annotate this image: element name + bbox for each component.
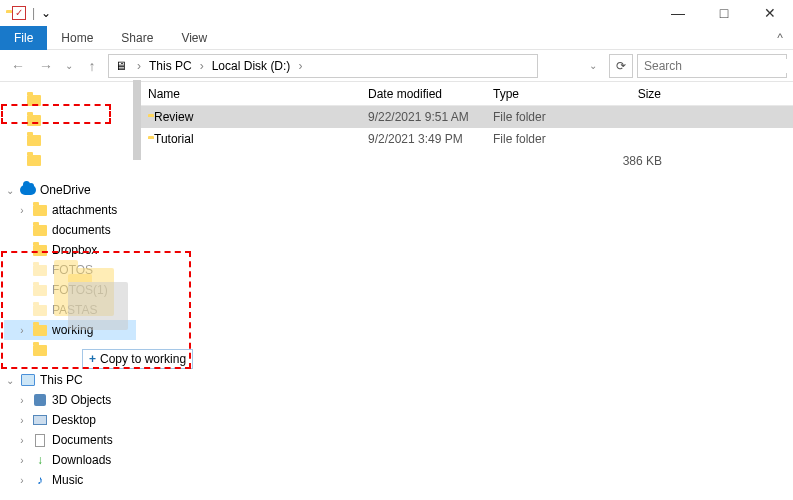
folder-icon [26,132,42,148]
tree-label: OneDrive [40,183,91,197]
tree-item-desktop[interactable]: › Desktop [4,410,136,430]
up-button[interactable]: ↑ [80,54,104,78]
navigation-bar: ← → ⌄ ↑ 🖥 › This PC › Local Disk (D:) › … [0,50,793,82]
tree-label: Desktop [52,413,96,427]
tree-item-working[interactable]: › working [4,320,136,340]
chevron-right-icon[interactable]: › [16,475,28,486]
window-controls: — □ ✕ [655,0,793,26]
file-date: 9/22/2021 9:51 AM [360,110,485,124]
close-button[interactable]: ✕ [747,0,793,26]
qat-checkbox-icon[interactable]: ✓ [12,6,26,20]
3d-objects-icon [32,392,48,408]
location-icon: 🖥 [109,59,133,73]
back-button[interactable]: ← [6,54,30,78]
tree-item-fotos[interactable]: FOTOS [4,260,136,280]
chevron-right-icon[interactable]: › [196,59,208,73]
tree-item-3dobjects[interactable]: › 3D Objects [4,390,136,410]
desktop-icon [32,412,48,428]
tree-item-pastas[interactable]: PASTAS [4,300,136,320]
tree-item-fotos1[interactable]: FOTOS(1) [4,280,136,300]
maximize-button[interactable]: □ [701,0,747,26]
tree-label: FOTOS(1) [52,283,108,297]
chevron-right-icon[interactable]: › [16,435,28,446]
tree-item-documents[interactable]: › Documents [4,430,136,450]
file-type: File folder [485,110,580,124]
column-type[interactable]: Type [485,87,580,101]
column-size[interactable]: Size [580,87,670,101]
folder-icon [32,262,48,278]
chevron-down-icon[interactable]: ⌄ [4,185,16,196]
file-name: Tutorial [154,132,194,146]
tree-thispc[interactable]: ⌄ This PC [4,370,136,390]
tree-label: Documents [52,433,113,447]
history-dropdown-icon[interactable]: ⌄ [62,54,76,78]
chevron-right-icon[interactable]: › [16,395,28,406]
documents-icon [32,432,48,448]
tree-label: working [52,323,93,337]
music-icon: ♪ [32,472,48,488]
file-list[interactable]: Review 9/22/2021 9:51 AM File folder Tut… [140,106,793,500]
folder-icon [32,222,48,238]
folder-icon [32,302,48,318]
tree-item-attachments[interactable]: › attachments [4,200,136,220]
folder-icon [26,92,42,108]
chevron-right-icon[interactable]: › [294,59,306,73]
folder-icon [32,342,48,358]
downloads-icon: ↓ [32,452,48,468]
chevron-right-icon[interactable]: › [16,415,28,426]
file-name: Review [154,110,193,124]
refresh-button[interactable]: ⟳ [609,54,633,78]
onedrive-icon [20,182,36,198]
search-input[interactable] [644,59,793,73]
address-bar[interactable]: 🖥 › This PC › Local Disk (D:) › [108,54,538,78]
tree-label: 3D Objects [52,393,111,407]
search-box[interactable]: 🔍 [637,54,787,78]
file-row[interactable]: Review 9/22/2021 9:51 AM File folder [140,106,793,128]
file-date: 9/2/2021 3:49 PM [360,132,485,146]
content-pane: Name Date modified Type Size Review 9/22… [140,82,793,500]
qat-divider: | [32,6,35,20]
chevron-right-icon[interactable]: › [133,59,145,73]
chevron-right-icon[interactable]: › [16,325,28,336]
summary-size: 386 KB [580,154,670,168]
tree-item-dropbox[interactable]: Dropbox [4,240,136,260]
tree-label: This PC [40,373,83,387]
tree-item-downloads[interactable]: › ↓ Downloads [4,450,136,470]
tree-label: Downloads [52,453,111,467]
ribbon-expand-icon[interactable]: ^ [767,31,793,45]
file-tab[interactable]: File [0,26,47,50]
dropdown-icon[interactable]: ⌄ [581,54,605,78]
folder-icon [32,282,48,298]
folder-icon [32,202,48,218]
tree-item-music[interactable]: › ♪ Music [4,470,136,490]
folder-icon [32,242,48,258]
qat-dropdown-icon[interactable]: ⌄ [41,6,51,20]
folder-icon [26,112,42,128]
breadcrumb-thispc[interactable]: This PC [145,59,196,73]
tree-onedrive[interactable]: ⌄ OneDrive [4,180,136,200]
minimize-button[interactable]: — [655,0,701,26]
chevron-right-icon[interactable]: › [16,455,28,466]
view-tab[interactable]: View [167,27,221,49]
share-tab[interactable]: Share [107,27,167,49]
thispc-icon [20,372,36,388]
tree-label: PASTAS [52,303,98,317]
folder-icon [32,322,48,338]
tree-label: attachments [52,203,117,217]
tree-label: documents [52,223,111,237]
breadcrumb-localdisk[interactable]: Local Disk (D:) [208,59,295,73]
file-row[interactable]: Tutorial 9/2/2021 3:49 PM File folder [140,128,793,150]
ribbon-tabs: File Home Share View ^ [0,26,793,50]
column-date[interactable]: Date modified [360,87,485,101]
chevron-down-icon[interactable]: ⌄ [4,375,16,386]
navigation-pane[interactable]: ⌄ OneDrive › attachments documents Dropb… [0,82,140,500]
tree-scrollbar[interactable] [133,80,141,160]
tree-item-documents[interactable]: documents [4,220,136,240]
chevron-right-icon[interactable]: › [16,205,28,216]
forward-button[interactable]: → [34,54,58,78]
column-name[interactable]: Name [140,87,360,101]
home-tab[interactable]: Home [47,27,107,49]
main-area: ⌄ OneDrive › attachments documents Dropb… [0,82,793,500]
title-bar: ✓ | ⌄ — □ ✕ [0,0,793,26]
column-headers: Name Date modified Type Size [140,82,793,106]
